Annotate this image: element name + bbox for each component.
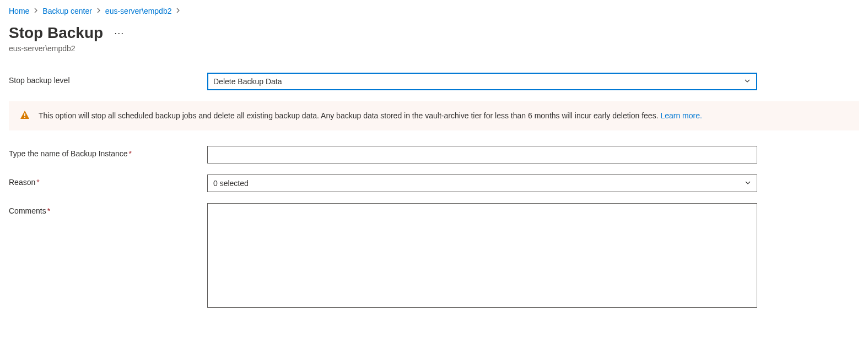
stop-level-select[interactable]: Delete Backup Data bbox=[207, 73, 757, 90]
page-header: Stop Backup ··· bbox=[9, 24, 859, 42]
reason-label: Reason* bbox=[9, 174, 207, 187]
breadcrumb-separator bbox=[96, 7, 101, 15]
breadcrumb-separator bbox=[176, 7, 180, 15]
breadcrumb-separator bbox=[34, 7, 38, 15]
stop-level-label: Stop backup level bbox=[9, 73, 207, 85]
comments-label: Comments* bbox=[9, 203, 207, 215]
stop-level-value: Delete Backup Data bbox=[213, 77, 282, 86]
instance-name-input[interactable] bbox=[207, 146, 757, 163]
comments-label-text: Comments bbox=[9, 206, 46, 215]
breadcrumb: Home Backup center eus-server\empdb2 bbox=[9, 7, 859, 15]
chevron-down-icon bbox=[745, 179, 751, 188]
required-indicator: * bbox=[129, 149, 132, 158]
instance-name-row: Type the name of Backup Instance* bbox=[9, 146, 859, 163]
required-indicator: * bbox=[36, 178, 39, 187]
breadcrumb-home[interactable]: Home bbox=[9, 7, 29, 15]
learn-more-link[interactable]: Learn more. bbox=[660, 111, 702, 120]
comments-input[interactable] bbox=[207, 203, 757, 308]
reason-label-text: Reason bbox=[9, 178, 35, 187]
instance-name-label-text: Type the name of Backup Instance bbox=[9, 149, 128, 158]
stop-level-row: Stop backup level Delete Backup Data bbox=[9, 73, 859, 90]
page-title: Stop Backup bbox=[9, 24, 103, 42]
reason-value: 0 selected bbox=[213, 179, 249, 188]
comments-row: Comments* bbox=[9, 203, 859, 309]
more-button[interactable]: ··· bbox=[112, 25, 126, 41]
page-subtitle: eus-server\empdb2 bbox=[9, 44, 859, 53]
warning-icon bbox=[20, 110, 30, 122]
svg-rect-1 bbox=[24, 117, 25, 118]
breadcrumb-instance[interactable]: eus-server\empdb2 bbox=[105, 7, 172, 15]
warning-message: This option will stop all scheduled back… bbox=[39, 111, 660, 120]
required-indicator: * bbox=[47, 206, 50, 215]
reason-row: Reason* 0 selected bbox=[9, 174, 859, 192]
svg-rect-0 bbox=[24, 113, 25, 116]
warning-text: This option will stop all scheduled back… bbox=[39, 110, 702, 122]
instance-name-label: Type the name of Backup Instance* bbox=[9, 146, 207, 158]
chevron-down-icon bbox=[744, 77, 751, 86]
breadcrumb-backup-center[interactable]: Backup center bbox=[42, 7, 92, 15]
reason-select[interactable]: 0 selected bbox=[207, 174, 757, 192]
warning-banner: This option will stop all scheduled back… bbox=[9, 101, 859, 130]
